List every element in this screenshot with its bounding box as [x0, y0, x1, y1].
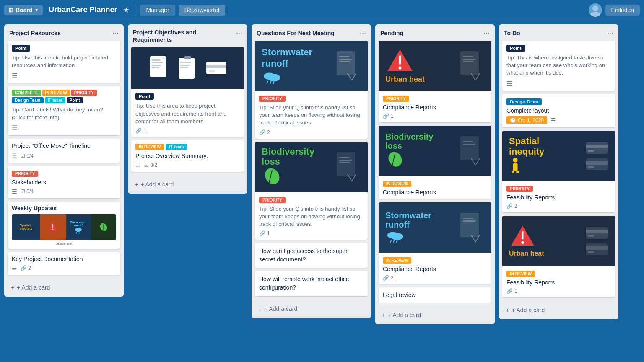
add-card-button[interactable]: + + Add a card: [502, 304, 615, 316]
card-urban-heat-pending[interactable]: Urban heat PRIORITY Compliance Reports 🔗…: [379, 41, 491, 122]
column-header: To Do ···: [499, 24, 618, 41]
thumb-stormwater: Stormwaterrunoff: [66, 214, 91, 240]
labels-row: COMPLETE IN REVIEW PRIORITY Design Team …: [12, 90, 116, 103]
attachment-count: 1: [391, 113, 394, 119]
add-card-button[interactable]: + + Add a card: [131, 178, 244, 190]
biodiversity-text-area: Biodiversity loss: [262, 147, 314, 187]
card[interactable]: Point Tip: Use this area to hold project…: [8, 41, 120, 83]
card-biodiversity-pending[interactable]: Biodiversity loss IN REVIEW Compliance R…: [379, 126, 491, 199]
label-it-team: IT team: [166, 144, 187, 150]
card-desc: Tip: Use this area to hold project relat…: [12, 54, 116, 69]
svg-rect-18: [184, 56, 191, 59]
spatial-text: Spatial inequity: [509, 136, 544, 175]
urban-heat-area2: Urban heat: [509, 224, 544, 257]
column-menu-button[interactable]: ···: [360, 28, 366, 37]
card-urban-heat-todo[interactable]: Urban heat IN REVIEW Feasibility Reports…: [502, 216, 615, 297]
card[interactable]: Project "Office Move" Timeline ☰ ☑ 0/4: [8, 139, 120, 163]
svg-rect-65: [460, 213, 479, 237]
svg-rect-75: [586, 145, 608, 148]
attachment-icon: 🔗: [383, 113, 389, 119]
tab-location[interactable]: Bötzowviertel: [179, 5, 225, 16]
card-body: IN REVIEW Compliance Reports 🔗 2: [379, 253, 491, 284]
column-menu-button[interactable]: ···: [607, 28, 613, 37]
column-menu-button[interactable]: ···: [236, 28, 242, 37]
board: Project Resources ··· Point Tip: Use thi…: [0, 20, 644, 362]
add-card-button[interactable]: + + Add a card: [8, 282, 120, 293]
svg-point-53: [386, 150, 403, 168]
priority-label: PRIORITY: [12, 169, 116, 177]
card[interactable]: Point Tip: This is where assigned tasks …: [502, 41, 615, 91]
point-badge: Point: [506, 45, 525, 52]
svg-point-82: [521, 241, 524, 244]
column-menu-button[interactable]: ···: [112, 28, 119, 37]
card-title-weekly: Weekly Updates: [12, 205, 116, 212]
column-footer: + + Add a card: [128, 175, 247, 194]
card-stormwater[interactable]: Stormwater runoff PRIORITY Tip: Slide yo…: [255, 41, 368, 139]
column-header: Project Objectives and Requirements ···: [128, 24, 247, 47]
label-priority: PRIORITY: [12, 171, 38, 177]
card[interactable]: Key Project Documentation ☰ 🔗 2: [8, 252, 120, 275]
card[interactable]: Legal review: [379, 287, 491, 303]
column-body: Point Tip: Use this area to hold project…: [4, 41, 124, 278]
thumb-biodiversity: [91, 214, 116, 240]
svg-rect-14: [152, 65, 161, 66]
svg-line-7: [78, 232, 78, 233]
column-footer: + + Add a card: [499, 301, 618, 319]
card[interactable]: How will remote work impact office confi…: [255, 271, 368, 296]
card[interactable]: Point Tip: Use this area to keep project…: [131, 47, 244, 137]
svg-rect-50: [463, 61, 474, 62]
card-title: How will remote work impact office confi…: [259, 275, 364, 292]
add-card-button[interactable]: + + Add a card: [379, 309, 491, 321]
card-image-urban2: Urban heat: [502, 216, 615, 266]
urban-heat-area: Urban heat: [385, 48, 425, 84]
column-menu-button[interactable]: ···: [483, 28, 490, 37]
svg-rect-38: [337, 152, 355, 176]
card-title: Compliance Reports: [383, 266, 487, 272]
weekly-strip: Spatialinequity Stormwaterrunoff: [12, 214, 116, 240]
attachment-count: 1: [143, 128, 146, 134]
card[interactable]: How can I get access to the super secret…: [255, 243, 368, 268]
label-priority: PRIORITY: [71, 90, 97, 96]
card-meta: ☰: [12, 72, 116, 80]
column-todo: To Do ··· Point Tip: This is where assig…: [499, 24, 618, 319]
card-meta: 🕐 Oct 1, 2020 ☰: [506, 116, 611, 124]
checklist-meta: ☑ 0/2: [144, 162, 157, 168]
board-label: Board: [16, 7, 32, 13]
board-button[interactable]: ⊞ Board ▼: [4, 5, 43, 15]
card[interactable]: COMPLETE IN REVIEW PRIORITY Design Team …: [8, 86, 120, 135]
card[interactable]: PRIORITY Stakeholders ☰ ☑ 0/4: [8, 166, 120, 198]
in-review-label: IN REVIEW: [383, 179, 487, 187]
priority-label: PRIORITY: [259, 196, 364, 203]
tab-manager[interactable]: Manager: [140, 5, 175, 16]
app-title: UrbanCare Planner: [46, 5, 119, 14]
card-desc: Tip: Slide your Q's into this handy list…: [259, 205, 364, 228]
avatar: [589, 3, 602, 17]
svg-rect-33: [339, 61, 350, 62]
list-icon: ☰: [506, 80, 611, 88]
svg-line-28: [270, 81, 271, 84]
add-card-button[interactable]: + + Add a card: [255, 303, 368, 315]
card-spatial-inequity[interactable]: Spatial inequity PRIORITY Feas: [502, 131, 615, 212]
svg-rect-85: [588, 235, 594, 237]
attachment-icon: 🔗: [259, 230, 265, 236]
divider: [135, 4, 135, 16]
card-design-team[interactable]: Design Team Complete layout 🕐 Oct 1, 202…: [502, 94, 615, 127]
attachment-icon: 🔗: [135, 128, 142, 134]
svg-rect-31: [339, 56, 349, 57]
priority-label: PRIORITY: [383, 94, 487, 102]
card-image-spatial: Spatial inequity: [502, 131, 615, 181]
card[interactable]: Weekly Updates Spatialinequity Stormwate…: [8, 202, 120, 249]
svg-point-4: [52, 229, 54, 230]
card-stormwater-pending[interactable]: Stormwater runoff IN REVIEW Compliance R…: [379, 202, 491, 284]
invite-button[interactable]: Einladen: [605, 5, 640, 16]
column-title: Questions For Next Meeting: [257, 30, 335, 36]
card-desc: Tip: Slide your Q's into this handy list…: [259, 104, 364, 127]
svg-rect-73: [516, 171, 519, 173]
card[interactable]: IN REVIEW IT team Project Overview Summa…: [131, 140, 244, 172]
card-biodiversity[interactable]: Biodiversity loss PRIORITY Tip: Slide yo…: [255, 142, 368, 240]
column-title: To Do: [504, 30, 520, 36]
svg-line-8: [79, 232, 80, 233]
star-button[interactable]: ★: [123, 5, 130, 15]
column-header: Questions For Next Meeting ···: [252, 24, 371, 41]
column-questions: Questions For Next Meeting ··· Stormwate…: [252, 24, 371, 318]
